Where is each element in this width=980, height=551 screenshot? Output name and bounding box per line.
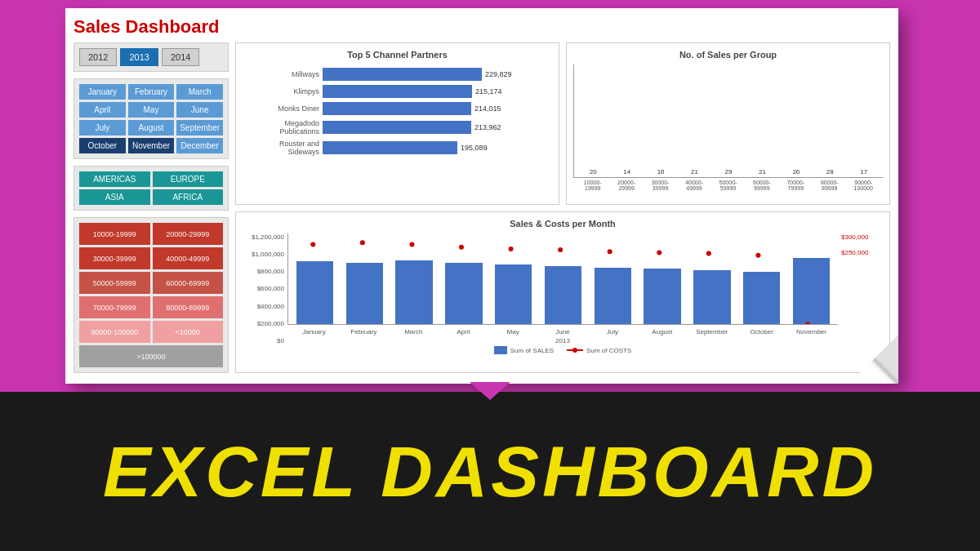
range-btn-60k-70k[interactable]: 60000-69999 [153,272,224,294]
month-btn-mar[interactable]: March [176,84,223,100]
monthly-bar-jul [590,237,636,325]
range-btn-20k-30k[interactable]: 20000-29999 [153,223,224,245]
bar-v-9: 17 [849,168,880,177]
monthly-bars-container: January February March April May June Ju… [287,233,838,345]
triangle-pointer [470,382,510,400]
bar-value: 214,015 [474,104,501,113]
vertical-bars: 20 14 16 21 [573,64,883,178]
month-btn-jan[interactable]: January [79,84,126,100]
range-group: 10000-19999 20000-29999 30000-39999 4000… [74,217,229,373]
month-btn-oct[interactable]: October [79,138,126,153]
range-btn-10k-20k[interactable]: 10000-19999 [79,223,150,245]
region-btn-asia[interactable]: ASIA [79,189,150,205]
region-group: AMERICAS EUROPE ASIA AFRICA [74,166,229,211]
month-btn-feb[interactable]: February [128,84,175,100]
range-btn-lt10k[interactable]: <10000 [153,321,224,343]
bar-v-label: 90000-100000 [848,180,880,191]
bar-v-label: 60000-69999 [746,180,777,191]
range-btn-90k-100k[interactable]: 90000-100000 [79,321,150,343]
year-btn-2012[interactable]: 2012 [79,48,117,66]
monthly-bar-jan [292,237,338,325]
monthly-bar-nov [788,237,835,325]
month-btn-apr[interactable]: April [79,102,126,118]
year-btn-2014[interactable]: 2014 [162,48,199,66]
excel-dashboard-title: EXCEL DASHBOARD [103,430,877,513]
bar-v-label: 40000-49999 [678,180,710,191]
legend-color-sales [494,346,507,354]
monthly-title: Sales & Costs per Month [243,219,883,229]
bar-label: Millways [246,70,319,78]
bar-label: Monks Diner [246,104,319,113]
month-btn-may[interactable]: May [128,102,175,118]
bar-v-label: 30000-39999 [644,180,676,191]
bar-row-rouster: Rouster and Sideways 195,089 [246,140,549,156]
bar-fill [323,102,471,115]
range-btn-30k-40k[interactable]: 30000-39999 [79,247,150,269]
bar-v-3: 16 [645,168,676,177]
bar [395,260,432,324]
dashboard-card: Sales Dashboard 2012 2013 2014 January F… [65,8,898,384]
bar [743,272,780,325]
bar-v-label: 10000-19999 [577,180,608,191]
bar [644,269,680,324]
bar-value: 195,089 [461,144,488,152]
bar-fill [323,85,472,98]
monthly-bar-sep [689,237,736,325]
bar-v-label: 80000-89999 [813,180,845,191]
month-btn-aug[interactable]: August [128,120,175,136]
bar-label: Megadodo Publications [246,119,319,136]
bar [495,264,532,324]
month-btn-jun[interactable]: June [176,102,223,118]
region-btn-europe[interactable]: EUROPE [153,171,224,187]
top5-title: Top 5 Channel Partners [243,50,552,60]
monthly-bar-aug [639,237,686,325]
range-btn-80k-90k[interactable]: 80000-89999 [153,296,224,318]
monthly-bar-apr [440,237,487,325]
content-area: Top 5 Channel Partners Millways 229,829 … [235,42,890,373]
region-btn-africa[interactable]: AFRICA [153,189,224,205]
range-btn-50k-60k[interactable]: 50000-59999 [79,272,150,294]
top5-bars: Millways 229,829 Klimpys 215,174 Monks D… [243,64,552,159]
dashboard-body: 2012 2013 2014 January February March Ap… [74,42,890,373]
bar-value: 213,962 [474,123,501,131]
bar-label: Rouster and Sideways [246,140,319,156]
monthly-x-labels: January February March April May June Ju… [287,327,838,337]
bar-row-megadodo: Megadodo Publications 213,962 [246,119,549,136]
bar-v-8: 28 [814,168,845,177]
month-btn-dec[interactable]: December [176,138,223,153]
bar-v-label: 50000-59999 [712,180,744,191]
bar-v-6: 21 [746,168,777,177]
bar [693,270,730,324]
bar-v-label: 20000-29999 [610,180,642,191]
month-btn-jul[interactable]: July [79,120,126,136]
monthly-bar-may [490,237,537,325]
bar-fill [323,121,471,134]
month-btn-nov[interactable]: November [128,138,175,153]
range-btn-70k-80k[interactable]: 70000-79999 [79,296,150,318]
dashboard-title: Sales Dashboard [74,16,890,38]
legend-costs: Sum of COSTS [567,346,631,354]
bar [595,268,631,324]
year-group: 2012 2013 2014 [74,42,229,72]
monthly-bars-area [287,233,838,326]
bar-row-millways: Millways 229,829 [246,68,549,81]
y-axis-right: $300,000 $250,000 [838,233,883,345]
range-btn-gt100k[interactable]: >100000 [79,345,223,367]
month-btn-sep[interactable]: September [176,120,223,136]
bar-row-klimpys: Klimpys 215,174 [246,85,549,98]
year-btn-2013[interactable]: 2013 [120,48,158,66]
bar-v-label: 70000-79999 [780,180,812,191]
y-axis-left: $1,200,000 $1,000,000 $800,000 $600,000 … [243,233,287,345]
monthly-bar-mar [391,237,438,325]
bar-v-4: 21 [679,168,710,177]
monthly-bar-oct [738,237,785,325]
sales-group-body: 20 14 16 21 [573,64,883,193]
bar-value: 215,174 [475,87,502,96]
top5-chart: Top 5 Channel Partners Millways 229,829 … [235,42,559,205]
bottom-section: EXCEL DASHBOARD [0,392,980,551]
legend-line-costs [567,349,583,351]
bar [545,266,581,324]
region-btn-americas[interactable]: AMERICAS [79,171,150,187]
range-btn-40k-50k[interactable]: 40000-49999 [153,247,224,269]
bar-v-7: 26 [781,168,812,177]
